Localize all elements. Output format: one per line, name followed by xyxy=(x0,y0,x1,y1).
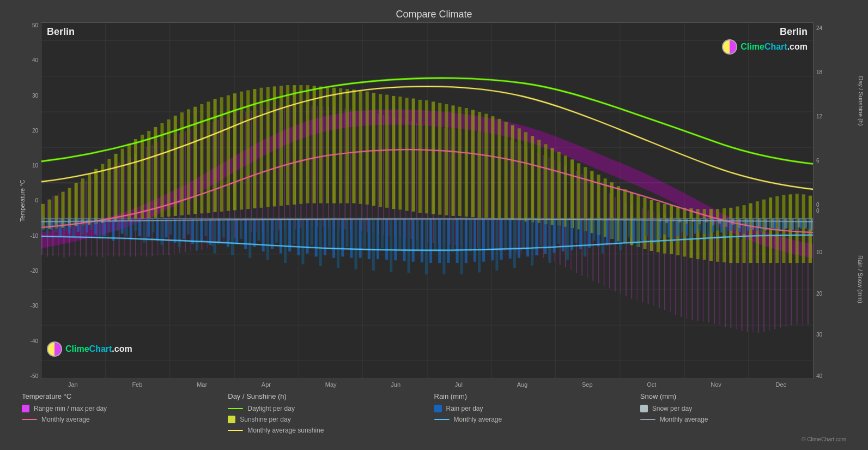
svg-rect-321 xyxy=(222,219,225,238)
svg-rect-382 xyxy=(491,219,494,261)
svg-rect-408 xyxy=(606,219,609,245)
svg-rect-269 xyxy=(743,205,746,263)
svg-rect-140 xyxy=(686,223,687,319)
svg-rect-410 xyxy=(615,219,617,244)
svg-rect-397 xyxy=(557,219,560,244)
x-month-label: Oct xyxy=(647,381,656,388)
svg-rect-344 xyxy=(324,219,326,256)
svg-rect-401 xyxy=(575,219,578,243)
svg-rect-60 xyxy=(245,112,246,234)
y-left-tick: -20 xyxy=(31,268,38,274)
svg-rect-151 xyxy=(747,239,748,332)
svg-rect-386 xyxy=(509,219,512,259)
svg-rect-391 xyxy=(531,219,533,266)
y-tick-24: 24 xyxy=(816,25,857,31)
svg-rect-332 xyxy=(271,219,274,249)
svg-rect-50 xyxy=(190,130,191,252)
x-month-label: Jun xyxy=(391,381,400,388)
legend-swatch xyxy=(22,405,29,412)
svg-rect-74 xyxy=(323,106,324,227)
svg-rect-307 xyxy=(160,219,163,245)
svg-rect-360 xyxy=(394,219,397,261)
svg-rect-389 xyxy=(522,219,525,248)
svg-rect-178 xyxy=(141,135,144,219)
legend-group-title: Day / Sunshine (h) xyxy=(228,392,434,400)
svg-rect-162 xyxy=(808,229,809,325)
svg-rect-208 xyxy=(339,88,342,203)
svg-rect-267 xyxy=(729,208,732,263)
svg-rect-90 xyxy=(411,121,412,238)
svg-rect-241 xyxy=(557,152,561,225)
svg-rect-355 xyxy=(372,219,375,271)
svg-rect-238 xyxy=(537,140,541,223)
svg-rect-403 xyxy=(584,219,586,257)
svg-rect-488 xyxy=(798,219,800,227)
legend-swatch xyxy=(228,430,243,431)
svg-rect-122 xyxy=(587,178,588,278)
svg-rect-308 xyxy=(165,219,168,238)
svg-rect-304 xyxy=(147,219,150,237)
svg-rect-310 xyxy=(174,219,177,243)
y-tick-40: 40 xyxy=(816,373,857,379)
page-title: Compare Climate xyxy=(11,5,857,22)
legend-label: Rain per day xyxy=(446,405,483,412)
svg-rect-223 xyxy=(438,103,441,215)
legend-swatch xyxy=(640,405,648,412)
svg-rect-406 xyxy=(597,219,600,247)
svg-rect-411 xyxy=(619,219,622,250)
svg-rect-198 xyxy=(273,86,276,206)
svg-rect-210 xyxy=(352,89,355,203)
svg-rect-68 xyxy=(289,105,290,229)
svg-rect-390 xyxy=(526,219,529,257)
y-right-ticks-bottom: 0 10 20 30 40 xyxy=(816,208,857,379)
svg-rect-484 xyxy=(771,219,774,228)
y-left-tick: -30 xyxy=(31,303,38,309)
svg-rect-340 xyxy=(306,219,308,254)
legend-swatch xyxy=(434,419,450,420)
svg-rect-319 xyxy=(214,219,216,254)
svg-rect-236 xyxy=(524,132,527,221)
y-right-label-rain: Rain / Snow (mm) xyxy=(857,255,864,303)
svg-rect-362 xyxy=(403,219,405,261)
legend-item: Monthly average xyxy=(22,416,228,423)
svg-rect-416 xyxy=(641,219,644,241)
svg-rect-179 xyxy=(147,131,150,219)
legend-label: Monthly average xyxy=(454,416,502,423)
svg-rect-337 xyxy=(293,219,295,244)
svg-rect-227 xyxy=(465,108,468,217)
svg-rect-373 xyxy=(452,219,454,252)
svg-rect-361 xyxy=(398,219,401,249)
svg-rect-320 xyxy=(218,219,221,243)
svg-rect-407 xyxy=(602,219,604,254)
legend-item: Snow per day xyxy=(640,405,846,412)
svg-rect-369 xyxy=(434,219,436,252)
svg-rect-26 xyxy=(58,193,59,256)
svg-rect-61 xyxy=(251,111,252,233)
svg-rect-404 xyxy=(588,219,591,248)
svg-rect-485 xyxy=(778,219,780,231)
y-tick-20: 20 xyxy=(816,291,857,297)
legend-group: Snow (mm)Snow per dayMonthly average xyxy=(640,392,846,434)
svg-rect-347 xyxy=(337,219,339,268)
svg-rect-196 xyxy=(260,88,263,208)
svg-rect-201 xyxy=(293,85,296,205)
legend-group-title: Temperature °C xyxy=(22,392,228,400)
svg-rect-72 xyxy=(312,105,313,226)
svg-rect-156 xyxy=(774,235,775,329)
y-left-tick: -10 xyxy=(31,233,38,239)
svg-rect-54 xyxy=(213,122,214,247)
svg-rect-114 xyxy=(543,155,544,258)
svg-rect-199 xyxy=(280,86,283,206)
svg-rect-413 xyxy=(628,219,630,238)
svg-rect-358 xyxy=(385,219,388,260)
legend-label: Sunshine per day xyxy=(240,416,290,423)
svg-rect-158 xyxy=(785,232,786,326)
svg-rect-376 xyxy=(465,219,468,263)
legend-area: Temperature °CRange min / max per dayMon… xyxy=(11,388,857,436)
svg-rect-394 xyxy=(544,219,547,254)
y-axis-left: Temperature °C 50403020100-10-20-30-40-5… xyxy=(11,22,41,379)
x-axis-area: JanFebMarAprMayJunJulAugSepOctNovDec xyxy=(41,379,814,388)
svg-rect-338 xyxy=(297,219,300,256)
legend-swatch xyxy=(228,408,243,409)
x-month-label: Feb xyxy=(132,381,142,388)
